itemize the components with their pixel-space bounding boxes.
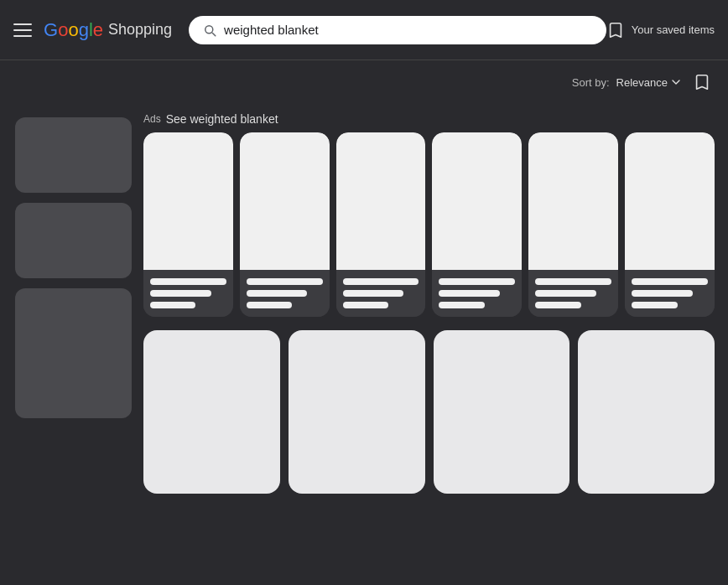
hamburger-menu[interactable] xyxy=(13,23,32,37)
ads-tag: Ads xyxy=(143,113,161,125)
regular-cards-row xyxy=(143,330,715,494)
product-card-2[interactable] xyxy=(289,330,425,494)
ad-info-line xyxy=(632,290,693,297)
search-icon xyxy=(202,23,217,38)
ad-info-line xyxy=(343,290,404,297)
ad-card-image-4 xyxy=(432,132,522,270)
ad-card-info-6 xyxy=(625,270,715,317)
search-bar xyxy=(189,16,606,44)
ad-product-card-2[interactable] xyxy=(240,132,330,317)
ad-info-line xyxy=(150,290,211,297)
bookmark-icon xyxy=(606,21,625,39)
ad-info-line xyxy=(632,278,708,285)
ad-info-line xyxy=(535,278,611,285)
ad-info-line xyxy=(343,278,419,285)
products-area: Ads See weighted blanket xyxy=(138,104,720,502)
ad-product-card-4[interactable] xyxy=(432,132,522,317)
ad-product-card-3[interactable] xyxy=(336,132,426,317)
search-input[interactable] xyxy=(224,23,593,37)
sidebar-filter-card-2[interactable] xyxy=(15,203,132,278)
ad-info-line xyxy=(247,278,323,285)
ad-card-info-4 xyxy=(432,270,522,317)
main-content: Ads See weighted blanket xyxy=(0,104,728,519)
ad-info-line xyxy=(535,302,580,308)
ad-product-card-1[interactable] xyxy=(143,132,233,317)
ad-card-image-5 xyxy=(528,132,618,270)
subheader-bookmark-icon[interactable] xyxy=(693,73,711,91)
ad-info-line xyxy=(247,290,308,297)
google-shopping-logo[interactable]: Google Shopping xyxy=(44,19,172,41)
ad-info-line xyxy=(247,302,292,308)
ad-card-image-3 xyxy=(336,132,426,270)
saved-items-button[interactable]: Your saved items xyxy=(606,21,715,39)
ad-card-image-1 xyxy=(143,132,233,270)
sidebar-filter-card-3[interactable] xyxy=(15,288,132,418)
ad-info-line xyxy=(632,302,677,308)
ads-title: See weighted blanket xyxy=(166,112,278,126)
ad-card-info-5 xyxy=(528,270,618,317)
ad-info-line xyxy=(439,290,500,297)
shopping-logo-text: Shopping xyxy=(108,21,172,39)
ad-card-info-2 xyxy=(240,270,330,317)
main-header: Google Shopping Your saved items xyxy=(0,0,728,60)
product-card-1[interactable] xyxy=(143,330,280,494)
sidebar-filter-card-1[interactable] xyxy=(15,117,132,193)
subheader: Sort by: Relevance xyxy=(0,60,728,104)
sort-value-text: Relevance xyxy=(616,76,668,89)
ad-card-info-3 xyxy=(336,270,426,317)
chevron-down-icon xyxy=(669,75,683,89)
ad-info-line xyxy=(439,302,484,308)
ad-card-image-6 xyxy=(625,132,715,270)
product-card-4[interactable] xyxy=(578,330,715,494)
sidebar xyxy=(8,104,138,502)
sort-by-label: Sort by: xyxy=(572,76,610,89)
ad-info-line xyxy=(439,278,515,285)
ad-product-card-5[interactable] xyxy=(528,132,618,317)
ad-info-line xyxy=(150,302,195,308)
product-card-3[interactable] xyxy=(434,330,570,494)
ad-card-info-1 xyxy=(143,270,233,317)
ad-cards-row xyxy=(143,132,715,317)
ad-info-line xyxy=(535,290,596,297)
google-logo-text: Google xyxy=(44,19,103,41)
ad-product-card-6[interactable] xyxy=(625,132,715,317)
sort-dropdown[interactable]: Relevance xyxy=(616,75,683,89)
ad-info-line xyxy=(343,302,388,308)
ad-info-line xyxy=(150,278,226,285)
ads-label-row: Ads See weighted blanket xyxy=(143,112,715,126)
ad-card-image-2 xyxy=(240,132,330,270)
saved-items-label: Your saved items xyxy=(632,23,715,36)
